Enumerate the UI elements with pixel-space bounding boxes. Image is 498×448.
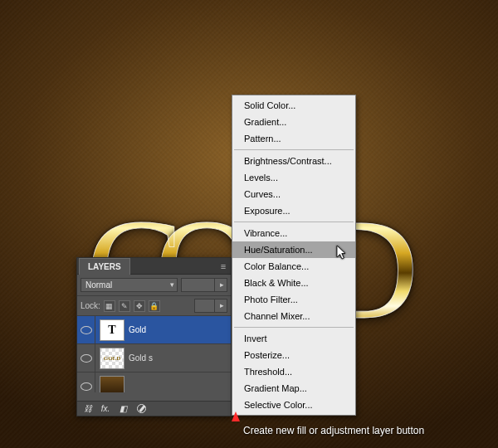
menu-item-selective-color[interactable]: Selective Color... [232, 397, 355, 413]
menu-item-gradient-map[interactable]: Gradient Map... [232, 380, 355, 397]
lock-image-icon[interactable]: ✎ [119, 300, 130, 312]
menu-separator [234, 327, 354, 328]
lock-transparent-icon[interactable]: ▦ [104, 300, 115, 312]
lock-position-icon[interactable]: ✥ [134, 300, 145, 312]
new-adjustment-layer-icon[interactable] [133, 403, 148, 415]
layer-list: T Gold GOLD Gold s [77, 316, 231, 392]
panel-footer: ⛓ fx. ◧ [77, 401, 231, 416]
menu-item-pattern[interactable]: Pattern... [232, 130, 355, 147]
menu-item-black-white[interactable]: Black & White... [232, 275, 355, 291]
menu-separator [234, 149, 354, 150]
layers-panel: LAYERS Normal Lock: ▦ ✎ ✥ 🔒 T Gold GOLD … [76, 257, 232, 416]
lock-all-icon[interactable]: 🔒 [149, 300, 160, 312]
menu-item-brightness-contrast[interactable]: Brightness/Contrast... [232, 153, 355, 169]
menu-item-photo-filter[interactable]: Photo Filter... [232, 291, 355, 308]
adjustment-layer-menu: Solid Color...Gradient...Pattern...Brigh… [232, 95, 356, 416]
panel-tab-row: LAYERS [77, 258, 231, 275]
callout-label: Create new fill or adjustment layer butt… [243, 425, 424, 436]
layer-name: Gold s [129, 353, 153, 363]
blend-mode-select[interactable]: Normal [81, 278, 178, 292]
layer-thumb-checker: GOLD [100, 348, 124, 369]
opacity-slider[interactable] [181, 278, 227, 292]
menu-item-invert[interactable]: Invert [232, 330, 355, 347]
layer-row-gold[interactable]: T Gold [77, 316, 231, 344]
layer-thumb-text: T [100, 319, 124, 341]
fx-icon[interactable]: fx. [98, 403, 113, 415]
layer-thumb-bg [100, 376, 124, 393]
menu-item-vibrance[interactable]: Vibrance... [232, 225, 355, 241]
lock-label: Lock: [81, 301, 100, 310]
callout-arrow-icon [232, 411, 240, 421]
menu-item-color-balance[interactable]: Color Balance... [232, 258, 355, 275]
menu-separator [234, 222, 354, 222]
layer-row-gold-stroke[interactable]: GOLD Gold s [77, 344, 231, 373]
menu-item-exposure[interactable]: Exposure... [232, 202, 355, 219]
menu-item-levels[interactable]: Levels... [232, 169, 355, 186]
menu-item-threshold[interactable]: Threshold... [232, 363, 355, 380]
layer-row-background[interactable] [77, 373, 231, 392]
layers-tab[interactable]: LAYERS [79, 258, 130, 275]
blend-opacity-row: Normal [77, 275, 231, 296]
visibility-icon[interactable] [77, 316, 95, 343]
lock-row: Lock: ▦ ✎ ✥ 🔒 [77, 296, 231, 316]
menu-item-solid-color[interactable]: Solid Color... [232, 97, 355, 114]
panel-menu-icon[interactable] [216, 259, 231, 274]
menu-item-hue-saturation[interactable]: Hue/Saturation... [232, 241, 355, 258]
visibility-icon[interactable] [77, 344, 95, 372]
layer-name: Gold [129, 325, 146, 334]
menu-item-channel-mixer[interactable]: Channel Mixer... [232, 308, 355, 324]
fill-slider[interactable] [194, 299, 227, 313]
visibility-icon[interactable] [77, 373, 95, 392]
menu-item-curves[interactable]: Curves... [232, 186, 355, 202]
mask-icon[interactable]: ◧ [115, 403, 130, 415]
menu-item-gradient[interactable]: Gradient... [232, 114, 355, 130]
menu-item-posterize[interactable]: Posterize... [232, 347, 355, 363]
link-layers-icon[interactable]: ⛓ [81, 403, 95, 415]
